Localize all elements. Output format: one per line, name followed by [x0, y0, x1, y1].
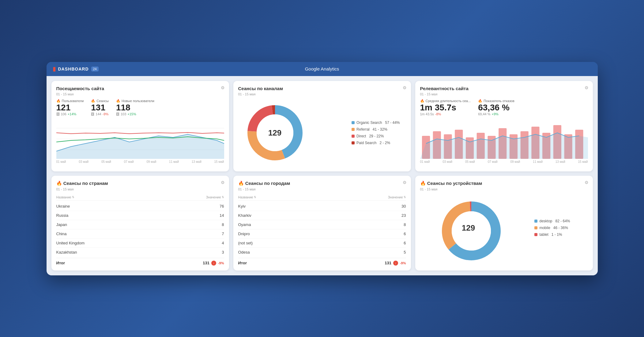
- countries-sort-icon[interactable]: ⇅: [72, 196, 74, 199]
- channels-gear-icon[interactable]: ⚙: [403, 85, 407, 90]
- legend-paid-dot: [352, 141, 355, 144]
- table-row: Oyama8: [238, 220, 406, 229]
- sessions-label: 🔥 Сеансы: [91, 99, 109, 103]
- devices-title: 🔥 Сеансы по устройствам: [420, 181, 588, 186]
- cities-table-body: Kyiv30Kharkiv23Oyama8Dnipro6(not set)6Od…: [238, 202, 406, 257]
- devices-card: ⚙ 🔥 Сеансы по устройствам 01 - 15 мая: [415, 176, 593, 270]
- cities-footer: Итог 131 ↓ -9%: [238, 258, 406, 266]
- new-users-change: +15%: [127, 112, 136, 116]
- channels-card: ⚙ Сеансы по каналам 01 - 15 мая: [233, 81, 411, 171]
- cities-col-name: Название ⇅: [238, 195, 256, 199]
- table-row: Ukraine76: [56, 202, 224, 211]
- users-value: 121: [56, 103, 84, 113]
- duration-metric: 🔥 Средняя длительность сеа... 1m 35.7s 1…: [420, 99, 471, 116]
- cities-col-value: Значение ⇅: [388, 195, 406, 199]
- traffic-date: 01 - 15 мая: [56, 92, 224, 96]
- logo-area: ▮ DASHBOARD 24: [53, 66, 99, 72]
- bounce-label: 🔥 Показатель отказов: [478, 99, 514, 103]
- devices-center-value: 129: [462, 223, 475, 232]
- countries-col-value: Значение ⇅: [206, 195, 224, 199]
- legend-direct-dot: [352, 135, 355, 138]
- countries-table-header: Название ⇅ Значение ⇅: [56, 194, 224, 201]
- channels-date: 01 - 15 мая: [238, 92, 406, 96]
- sessions-metric: 🔥 Сеансы 131 🖼 144 -9%: [91, 99, 109, 116]
- devices-donut-container: 129 desktop 82 - 64% mobile 46 - 36% tab…: [420, 194, 588, 262]
- cities-footer-badge: ↓: [393, 261, 398, 266]
- channels-title: Сеансы по каналам: [238, 86, 406, 91]
- legend-desktop-dot: [534, 220, 537, 223]
- legend-desktop: desktop 82 - 64%: [534, 219, 570, 223]
- duration-label: 🔥 Средняя длительность сеа...: [420, 99, 471, 103]
- cities-date: 01 - 15 мая: [238, 187, 406, 191]
- bounce-sub: 69,44 % +9%: [478, 112, 514, 116]
- sessions-sub: 🖼 144 -9%: [91, 112, 109, 116]
- new-users-value: 118: [116, 103, 154, 113]
- table-row: Kharkiv23: [238, 211, 406, 220]
- cities-card: ⚙ 🔥 Сеансы по городам 01 - 15 мая Назван…: [233, 176, 411, 270]
- cities-sort-value-icon[interactable]: ⇅: [404, 196, 406, 199]
- bounce-metric: 🔥 Показатель отказов 63,36 % 69,44 % +9%: [478, 99, 514, 116]
- countries-card: ⚙ 🔥 Сеансы по странам 01 - 15 мая Назван…: [51, 176, 229, 270]
- users-sub: 🖼 106 +14%: [56, 112, 84, 116]
- legend-referral-dot: [352, 128, 355, 131]
- table-row: China7: [56, 229, 224, 239]
- table-row: Odesa5: [238, 248, 406, 257]
- relevance-gear-icon[interactable]: ⚙: [585, 85, 589, 90]
- logo-badge: 24: [91, 67, 99, 71]
- legend-referral: Referral 41 - 32%: [352, 127, 400, 132]
- countries-footer-right: 131 ↓ -9%: [203, 261, 224, 266]
- relevance-metrics: 🔥 Средняя длительность сеа... 1m 35.7s 1…: [420, 99, 588, 116]
- devices-date: 01 - 15 мая: [420, 187, 588, 191]
- users-flame-icon: 🔥: [56, 99, 61, 103]
- table-row: Russia14: [56, 211, 224, 220]
- cities-gear-icon[interactable]: ⚙: [403, 180, 407, 185]
- users-change: +14%: [68, 112, 76, 116]
- legend-organic: Organic Search 57 - 44%: [352, 121, 400, 125]
- legend-tablet: tablet 1 - 1%: [534, 232, 570, 237]
- traffic-gear-icon[interactable]: ⚙: [221, 85, 225, 90]
- devices-legend: desktop 82 - 64% mobile 46 - 36% tablet …: [534, 219, 570, 237]
- logo-text: DASHBOARD: [58, 67, 89, 71]
- new-users-sub: 🖼 103 +15%: [116, 112, 154, 116]
- countries-gear-icon[interactable]: ⚙: [221, 180, 225, 185]
- traffic-title: Посещаемость сайта: [56, 86, 224, 91]
- cities-footer-right: 131 ↓ -9%: [385, 261, 406, 266]
- table-row: Dnipro6: [238, 229, 406, 239]
- table-row: Japan8: [56, 220, 224, 229]
- table-row: Kazakhstan3: [56, 248, 224, 257]
- duration-value: 1m 35.7s: [420, 103, 471, 113]
- duration-sub: 1m 43.5s -8%: [420, 112, 471, 116]
- legend-organic-dot: [352, 121, 355, 124]
- main-container: ▮ DASHBOARD 24 Google Analytics ⚙ Посеща…: [47, 62, 598, 275]
- relevance-card: ⚙ Релевантность сайта 01 - 15 мая 🔥 Сред…: [415, 81, 593, 171]
- table-row: United Kingdom4: [56, 239, 224, 248]
- relevance-title: Релевантность сайта: [420, 86, 588, 91]
- users-metric: 🔥 Пользователи 121 🖼 106 +14%: [56, 99, 84, 116]
- traffic-chart: [56, 119, 224, 159]
- legend-mobile-dot: [534, 226, 537, 229]
- dashboard-grid: ⚙ Посещаемость сайта 01 - 15 мая 🔥 Польз…: [47, 76, 598, 275]
- users-label: 🔥 Пользователи: [56, 99, 84, 103]
- countries-footer-badge: ↓: [211, 261, 216, 266]
- devices-gear-icon[interactable]: ⚙: [585, 180, 589, 185]
- sessions-value: 131: [91, 103, 109, 113]
- bounce-change: +9%: [492, 112, 499, 116]
- traffic-xaxis: 01 май 03 май 05 май 07 май 09 май 11 ма…: [56, 160, 224, 163]
- relevance-date: 01 - 15 мая: [420, 92, 588, 96]
- cities-title: 🔥 Сеансы по городам: [238, 181, 406, 186]
- relevance-xaxis: 01 май 03 май 05 май 07 май 09 май 11 ма…: [420, 160, 588, 163]
- countries-sort-value-icon[interactable]: ⇅: [222, 196, 224, 199]
- new-users-metric: 🔥 Новые пользователи 118 🖼 103 +15%: [116, 99, 154, 116]
- countries-table-body: Ukraine76Russia14Japan8China7United King…: [56, 202, 224, 257]
- cities-sort-icon[interactable]: ⇅: [254, 196, 256, 199]
- countries-footer: Итог 131 ↓ -9%: [56, 258, 224, 266]
- top-bar: ▮ DASHBOARD 24 Google Analytics: [47, 62, 598, 76]
- traffic-metrics: 🔥 Пользователи 121 🖼 106 +14% 🔥 Сеансы: [56, 99, 224, 116]
- duration-change: -8%: [435, 112, 441, 116]
- traffic-card: ⚙ Посещаемость сайта 01 - 15 мая 🔥 Польз…: [51, 81, 229, 171]
- countries-title: 🔥 Сеансы по странам: [56, 181, 224, 186]
- channels-center-value: 129: [268, 128, 281, 137]
- channels-donut: 129: [244, 102, 306, 163]
- logo-icon: ▮: [53, 66, 56, 72]
- table-row: Kyiv30: [238, 202, 406, 211]
